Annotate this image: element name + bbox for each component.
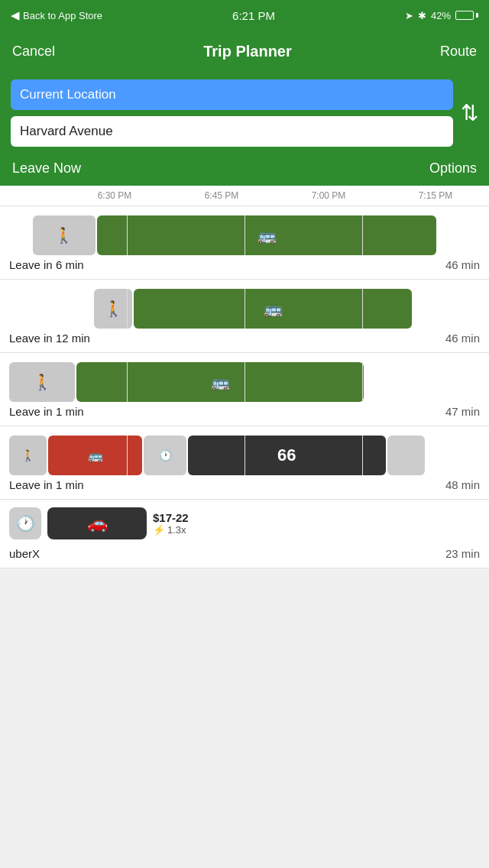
time-label-1: 6:30 PM bbox=[61, 190, 168, 201]
time-label-3: 7:00 PM bbox=[275, 190, 382, 201]
route-row[interactable]: 🚶 🚌 Leave in 6 min 46 min bbox=[0, 206, 489, 280]
leave-now-button[interactable]: Leave Now bbox=[12, 160, 81, 177]
transit-segment: 🚌 bbox=[134, 289, 412, 329]
status-time: 6:21 PM bbox=[232, 9, 275, 22]
timeline-header: 6:30 PM 6:45 PM 7:00 PM 7:15 PM bbox=[0, 186, 489, 206]
route-row[interactable]: 🚶 🚌 Leave in 1 min 47 min bbox=[0, 353, 489, 426]
route-number: 66 bbox=[277, 445, 296, 465]
timeline-times: 6:30 PM 6:45 PM 7:00 PM 7:15 PM bbox=[61, 190, 489, 201]
time-label-2: 6:45 PM bbox=[168, 190, 275, 201]
from-value: Current Location bbox=[20, 87, 116, 102]
search-inputs: Current Location Harvard Avenue bbox=[11, 79, 453, 147]
car-icon: 🚗 bbox=[87, 513, 108, 533]
route-info: Leave in 6 min 46 min bbox=[0, 255, 489, 271]
clock-icon: 🕐 bbox=[159, 449, 172, 462]
swap-icon: ⇅ bbox=[461, 102, 478, 124]
transit-segment: 🚌 bbox=[76, 362, 364, 402]
transit-red-segment: 🚌 bbox=[48, 436, 142, 475]
uber-car-box: 🚗 bbox=[47, 507, 147, 539]
uber-row[interactable]: 🕐 🚗 $17-22 ⚡ 1.3x uberX 23 min bbox=[0, 500, 489, 568]
walk-icon: 🚶 bbox=[104, 300, 123, 318]
bus-icon: 🚌 bbox=[211, 373, 230, 391]
uber-price: $17-22 bbox=[153, 511, 480, 524]
uber-name: uberX bbox=[9, 547, 40, 560]
uber-surge: ⚡ 1.3x bbox=[153, 524, 480, 536]
wait-segment: 🕐 bbox=[144, 436, 186, 475]
leave-time: Leave in 1 min bbox=[9, 478, 84, 491]
surge-lightning: ⚡ bbox=[153, 524, 165, 536]
search-bottom: Leave Now Options bbox=[0, 154, 489, 186]
to-value: Harvard Avenue bbox=[20, 124, 113, 138]
timeline-spacer bbox=[0, 190, 61, 201]
status-right: ➤ ✱ 42% bbox=[405, 10, 478, 21]
battery-percent: 42% bbox=[431, 10, 451, 21]
walk-segment: 🚶 bbox=[9, 362, 75, 402]
route-info: Leave in 1 min 48 min bbox=[0, 475, 489, 491]
bus-icon: 🚌 bbox=[264, 300, 283, 318]
walk-segment: 🚶 bbox=[9, 436, 47, 475]
route-list: 🚶 🚌 Leave in 6 min 46 min 🚶 bbox=[0, 206, 489, 568]
travel-time: 46 min bbox=[445, 258, 480, 271]
route-info: Leave in 1 min 47 min bbox=[0, 402, 489, 418]
route-info: Leave in 12 min 46 min bbox=[0, 329, 489, 345]
options-button[interactable]: Options bbox=[429, 160, 477, 177]
to-field[interactable]: Harvard Avenue bbox=[11, 116, 453, 147]
transit-segment: 🚌 bbox=[97, 215, 437, 255]
surge-label: 1.3x bbox=[167, 524, 186, 536]
uber-details: $17-22 ⚡ 1.3x bbox=[153, 511, 480, 536]
uber-bottom: uberX 23 min bbox=[0, 547, 489, 568]
route-button[interactable]: Route bbox=[440, 44, 477, 60]
leave-time: Leave in 12 min bbox=[9, 332, 90, 345]
route-row[interactable]: 🚶 🚌 Leave in 12 min 46 min bbox=[0, 280, 489, 353]
walk-segment: 🚶 bbox=[33, 215, 96, 255]
page-title: Trip Planner bbox=[203, 43, 292, 60]
bus-icon: 🚌 bbox=[88, 449, 103, 463]
back-chevron: ◀ bbox=[11, 8, 20, 22]
status-bar: ◀ Back to App Store 6:21 PM ➤ ✱ 42% bbox=[0, 0, 489, 31]
battery-icon bbox=[455, 11, 478, 20]
walk-icon: 🚶 bbox=[54, 226, 73, 245]
route-row[interactable]: 🚶 🚌 🕐 66 Leave in 1 min 48 min bbox=[0, 426, 489, 500]
location-icon: ➤ bbox=[405, 10, 413, 21]
search-row: Current Location Harvard Avenue ⇅ bbox=[11, 79, 478, 147]
search-area: Current Location Harvard Avenue ⇅ bbox=[0, 72, 489, 154]
bus-icon: 🚌 bbox=[257, 226, 277, 245]
uber-duration: 23 min bbox=[445, 547, 480, 560]
swap-button[interactable]: ⇅ bbox=[461, 102, 478, 124]
back-label: Back to App Store bbox=[23, 10, 102, 21]
travel-time: 47 min bbox=[445, 405, 480, 418]
nav-bar: Cancel Trip Planner Route bbox=[0, 31, 489, 72]
travel-time: 48 min bbox=[445, 478, 480, 491]
time-label-4: 7:15 PM bbox=[382, 190, 489, 201]
back-to-appstore[interactable]: ◀ Back to App Store bbox=[11, 8, 102, 22]
cancel-button[interactable]: Cancel bbox=[12, 44, 55, 60]
transit-dark-segment: 66 bbox=[188, 436, 386, 475]
leave-time: Leave in 1 min bbox=[9, 405, 84, 418]
walk-icon: 🚶 bbox=[33, 373, 52, 391]
bluetooth-icon: ✱ bbox=[418, 10, 426, 21]
walk-icon: 🚶 bbox=[21, 449, 34, 462]
tail-segment bbox=[387, 436, 425, 475]
travel-time: 46 min bbox=[445, 332, 480, 345]
leave-time: Leave in 6 min bbox=[9, 258, 84, 271]
from-field[interactable]: Current Location bbox=[11, 79, 453, 110]
uber-clock-icon: 🕐 bbox=[9, 507, 41, 539]
